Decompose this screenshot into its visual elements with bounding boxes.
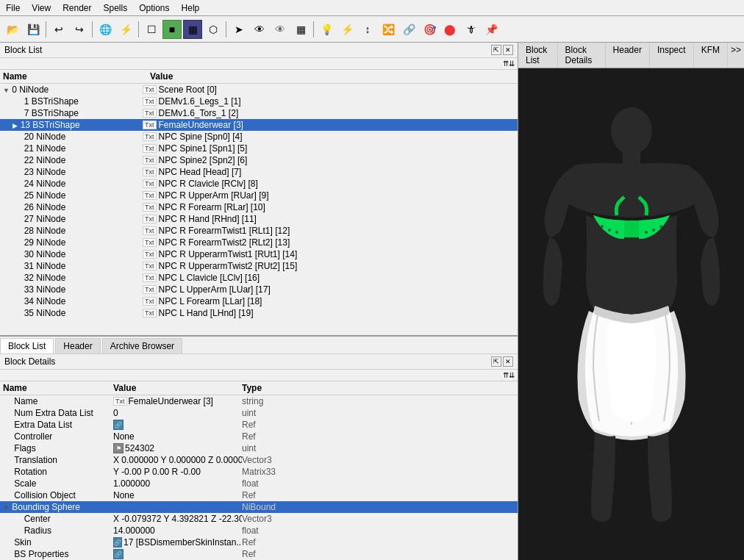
detail-row[interactable]: Rotation Y -0.00 P 0.00 R -0.00 Matrix33	[0, 466, 518, 478]
bd-close-btn[interactable]: ✕	[503, 356, 513, 367]
txt-badge: Txt	[143, 109, 157, 118]
bd-nav-down-dbl[interactable]: ⇊	[509, 371, 515, 379]
toolbar-open[interactable]: 📂	[3, 20, 22, 39]
block-list-row[interactable]: 34 NiNode Txt NPC L Forearm [LLar] [18]	[0, 295, 518, 307]
detail-row[interactable]: Skin 🔗 17 [BSDismemberSkinInstan...] Ref	[0, 536, 518, 548]
toolbar-lightning[interactable]: ⚡	[116, 20, 135, 39]
toolbar-eye2[interactable]: 👁	[271, 20, 290, 39]
row-index: 28 NiNode	[24, 226, 66, 236]
block-list-row[interactable]: 21 NiNode Txt NPC Spine1 [Spn1] [5]	[0, 143, 518, 154]
toolbar-separator-4	[226, 21, 226, 37]
block-list-row[interactable]: 25 NiNode Txt NPC R UpperArm [RUar] [9]	[0, 190, 518, 201]
detail-row[interactable]: Radius 14.000000 float	[0, 525, 518, 536]
rtab-block-list[interactable]: Block List	[518, 43, 558, 68]
block-list-row[interactable]: 7 BSTriShape Txt DEMv1.6_Tors_1 [2]	[0, 107, 518, 119]
toolbar-square-grid[interactable]: ▦	[183, 20, 202, 39]
txt-badge: Txt	[143, 250, 157, 259]
block-list-row[interactable]: ▶ 13 BSTriShape Txt FemaleUnderwear [3]	[0, 119, 518, 131]
bd-nav-up-dbl[interactable]: ⇈	[503, 371, 509, 379]
rtab-header[interactable]: Header	[606, 43, 650, 68]
detail-row[interactable]: Name Txt FemaleUnderwear [3] string	[0, 395, 518, 407]
nav-up-dbl[interactable]: ⇈	[503, 60, 509, 68]
detail-row[interactable]: Translation X 0.000000 Y 0.000000 Z 0.00…	[0, 454, 518, 466]
toolbar-undo[interactable]: ↩	[49, 20, 68, 39]
toolbar-square-filled[interactable]: ■	[162, 20, 182, 39]
block-list-row[interactable]: 27 NiNode Txt NPC R Hand [RHnd] [11]	[0, 213, 518, 225]
row-value-cell: Txt NPC Head [Head] [7]	[143, 167, 515, 177]
tab-block-list[interactable]: Block List	[0, 338, 54, 353]
toolbar-redo[interactable]: ↪	[70, 20, 89, 39]
tab-header[interactable]: Header	[55, 338, 100, 353]
toolbar-shuffle[interactable]: 🔀	[379, 20, 398, 39]
toolbar-dagger[interactable]: 🗡	[461, 20, 480, 39]
rtab-kfm[interactable]: KFM	[694, 43, 728, 68]
menu-help[interactable]: Help	[176, 1, 206, 15]
row-value-text: NPC R Forearm [RLar] [10]	[159, 202, 265, 212]
toolbar-pin[interactable]: 📌	[482, 20, 501, 39]
detail-value-text: 1.000000	[113, 478, 150, 489]
block-list-row[interactable]: 33 NiNode Txt NPC L UpperArm [LUar] [17]	[0, 284, 518, 295]
block-list-row[interactable]: 24 NiNode Txt NPC R Clavicle [RClv] [8]	[0, 178, 518, 190]
row-name-cell: ▶ 13 BSTriShape	[3, 120, 143, 130]
txt-badge: Txt	[143, 121, 157, 129]
block-list-row[interactable]: ▼ 0 NiNode Txt Scene Root [0]	[0, 84, 518, 96]
block-list-row[interactable]: 1 BSTriShape Txt DEMv1.6_Legs_1 [1]	[0, 96, 518, 107]
toolbar-target[interactable]: 🎯	[420, 20, 439, 39]
toolbar-grid[interactable]: ▦	[291, 20, 310, 39]
block-list-row[interactable]: 32 NiNode Txt NPC L Clavicle [LClv] [16]	[0, 272, 518, 284]
block-list-row[interactable]: 31 NiNode Txt NPC R UpperarmTwist2 [RUt2…	[0, 260, 518, 272]
block-tabs: Block List Header Archive Browser	[0, 337, 518, 354]
block-list-row[interactable]: 23 NiNode Txt NPC Head [Head] [7]	[0, 166, 518, 178]
block-list-row[interactable]: 30 NiNode Txt NPC R UpperarmTwist1 [RUt1…	[0, 248, 518, 260]
menu-file[interactable]: File	[0, 1, 26, 15]
detail-row[interactable]: Center X -0.079372 Y 4.392821 Z -22.30..…	[0, 513, 518, 525]
detail-value-cell: Txt FemaleUnderwear [3]	[113, 396, 242, 406]
block-list-row[interactable]: 35 NiNode Txt NPC L Hand [LHnd] [19]	[0, 307, 518, 319]
detail-value-text: 17 [BSDismemberSkinInstan...]	[124, 537, 242, 548]
rtab-inspect[interactable]: Inspect	[650, 43, 694, 68]
txt-badge: Txt	[143, 156, 157, 165]
detail-row[interactable]: Controller None Ref	[0, 431, 518, 442]
block-list-row[interactable]: 22 NiNode Txt NPC Spine2 [Spn2] [6]	[0, 154, 518, 166]
tab-archive-browser[interactable]: Archive Browser	[102, 338, 182, 353]
detail-name-cell: Center	[3, 514, 113, 524]
toolbar-square-outline[interactable]: ☐	[142, 20, 161, 39]
row-value-cell: Txt NPC R UpperArm [RUar] [9]	[143, 190, 515, 201]
menu-spells[interactable]: Spells	[98, 1, 134, 15]
toolbar-cursor[interactable]: ➤	[229, 20, 248, 39]
toolbar-updown[interactable]: ↕	[358, 20, 377, 39]
block-list-row[interactable]: 29 NiNode Txt NPC R ForearmTwist2 [RLt2]…	[0, 237, 518, 248]
toolbar-globe[interactable]: 🌐	[96, 20, 115, 39]
block-list-row[interactable]: 28 NiNode Txt NPC R ForearmTwist1 [RLt1]…	[0, 225, 518, 237]
panel-float-btn[interactable]: ⇱	[491, 45, 501, 55]
detail-row[interactable]: ▼ Bounding Sphere NiBound	[0, 501, 518, 513]
toolbar-circle[interactable]: ⬤	[440, 20, 459, 39]
txt-badge: Txt	[143, 273, 157, 282]
toolbar-bolt[interactable]: ⚡	[337, 20, 357, 39]
rtab-more[interactable]: >>	[728, 43, 744, 68]
toolbar-link[interactable]: 🔗	[399, 20, 418, 39]
toolbar-light[interactable]: 💡	[317, 20, 336, 39]
nav-down-dbl[interactable]: ⇊	[509, 60, 515, 68]
toolbar-hexagon[interactable]: ⬡	[204, 20, 223, 39]
row-value-text: NPC Head [Head] [7]	[159, 167, 242, 177]
txt-badge: Txt	[143, 297, 157, 306]
menu-render[interactable]: Render	[57, 1, 97, 15]
block-list-row[interactable]: 20 NiNode Txt NPC Spine [Spn0] [4]	[0, 131, 518, 143]
detail-row[interactable]: Flags ⚑ 524302 uint	[0, 442, 518, 454]
detail-row[interactable]: Collision Object None Ref	[0, 489, 518, 501]
bd-float-btn[interactable]: ⇱	[491, 356, 501, 367]
menu-options[interactable]: Options	[133, 1, 175, 15]
rtab-block-details[interactable]: Block Details	[558, 43, 606, 68]
svg-point-2	[601, 225, 604, 228]
toolbar-eye[interactable]: 👁	[250, 20, 269, 39]
toolbar-save[interactable]: 💾	[24, 20, 43, 39]
block-list-row[interactable]: 26 NiNode Txt NPC R Forearm [RLar] [10]	[0, 201, 518, 213]
detail-row[interactable]: BS Properties 🔗 Ref	[0, 548, 518, 560]
detail-row[interactable]: Extra Data List 🔗 Ref	[0, 419, 518, 431]
panel-close-btn[interactable]: ✕	[503, 45, 513, 55]
menu-view[interactable]: View	[26, 1, 57, 15]
row-name-cell: 31 NiNode	[3, 261, 143, 271]
detail-row[interactable]: Scale 1.000000 float	[0, 478, 518, 489]
detail-row[interactable]: Num Extra Data List 0 uint	[0, 407, 518, 419]
